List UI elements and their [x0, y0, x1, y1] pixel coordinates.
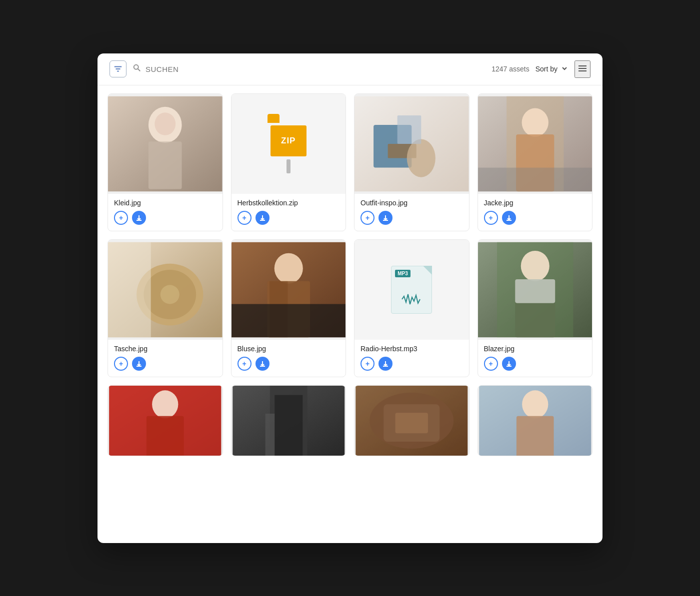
- mp3-file-icon: MP3: [354, 240, 469, 340]
- svg-rect-60: [265, 414, 274, 456]
- svg-rect-34: [108, 242, 151, 337]
- sort-dropdown[interactable]: Sort by: [536, 64, 568, 74]
- asset-card: Kleid.jpg+: [108, 93, 223, 231]
- svg-rect-20: [398, 115, 422, 143]
- search-icon: [132, 63, 142, 74]
- asset-thumbnail[interactable]: [108, 386, 222, 456]
- add-to-collection-button[interactable]: +: [360, 211, 374, 225]
- add-to-collection-button[interactable]: +: [114, 211, 128, 225]
- asset-thumbnail[interactable]: [478, 94, 592, 194]
- asset-thumbnail[interactable]: ZIP: [232, 94, 346, 194]
- svg-point-33: [160, 285, 180, 304]
- asset-info: Herbstkollektion.zip+: [232, 194, 346, 231]
- asset-actions: +: [484, 357, 586, 371]
- asset-actions: +: [238, 211, 340, 225]
- asset-name: Bluse.jpg: [238, 345, 340, 353]
- asset-name: Radio-Herbst.mp3: [360, 345, 463, 353]
- svg-point-68: [522, 390, 548, 418]
- download-button[interactable]: [132, 211, 146, 225]
- download-button[interactable]: [132, 357, 146, 371]
- sort-label: Sort by: [536, 65, 558, 73]
- download-button[interactable]: [502, 357, 516, 371]
- svg-rect-10: [148, 141, 182, 189]
- svg-point-11: [154, 112, 176, 135]
- asset-card: MP3 Radio-Herbst.mp3+: [354, 239, 470, 377]
- asset-name: Kleid.jpg: [114, 199, 216, 207]
- svg-rect-69: [516, 416, 554, 455]
- add-to-collection-button[interactable]: +: [114, 357, 128, 371]
- asset-card: ZIP Herbstkollektion.zip+: [231, 93, 346, 231]
- zip-file-icon: ZIP: [232, 94, 346, 194]
- download-button[interactable]: [378, 357, 392, 371]
- svg-rect-27: [478, 167, 592, 191]
- asset-card: Blazer.jpg+: [478, 239, 593, 377]
- svg-rect-65: [356, 386, 468, 456]
- svg-point-55: [152, 390, 178, 418]
- filter-button[interactable]: [110, 60, 126, 77]
- asset-actions: +: [484, 211, 586, 225]
- asset-actions: +: [114, 357, 216, 371]
- asset-thumbnail[interactable]: [478, 386, 592, 456]
- asset-thumbnail[interactable]: [354, 386, 469, 456]
- asset-grid: Kleid.jpg+ ZIP Herbstkollektion.zip+ Out…: [108, 93, 592, 456]
- asset-info: Radio-Herbst.mp3+: [354, 340, 469, 377]
- asset-card: [354, 385, 470, 456]
- asset-card: Jacke.jpg+: [478, 93, 593, 231]
- asset-thumbnail[interactable]: [232, 386, 346, 456]
- asset-thumbnail[interactable]: [354, 94, 469, 194]
- add-to-collection-button[interactable]: +: [238, 357, 252, 371]
- asset-name: Tasche.jpg: [114, 345, 216, 353]
- svg-point-38: [274, 253, 302, 283]
- asset-info: Jacke.jpg+: [478, 194, 592, 231]
- asset-name: Herbstkollektion.zip: [238, 199, 340, 207]
- download-button[interactable]: [502, 211, 516, 225]
- asset-card: [108, 385, 223, 456]
- download-button[interactable]: [378, 211, 392, 225]
- asset-name: Jacke.jpg: [484, 199, 586, 207]
- asset-card: [478, 385, 593, 456]
- asset-actions: +: [360, 357, 463, 371]
- add-to-collection-button[interactable]: +: [238, 211, 252, 225]
- chevron-down-icon: [560, 64, 568, 74]
- asset-info: Bluse.jpg+: [232, 340, 346, 377]
- asset-card: Bluse.jpg+: [231, 239, 346, 377]
- asset-card: [231, 385, 346, 456]
- asset-count: 1247 assets: [492, 65, 530, 73]
- svg-line-4: [138, 69, 140, 71]
- asset-name: Outfit-inspo.jpg: [360, 199, 463, 207]
- download-button[interactable]: [256, 211, 270, 225]
- app-window: 1247 assets Sort by Kleid.jpg+: [98, 53, 602, 543]
- add-to-collection-button[interactable]: +: [360, 357, 374, 371]
- asset-thumbnail[interactable]: [108, 94, 222, 194]
- svg-point-19: [407, 139, 436, 177]
- asset-actions: +: [360, 211, 463, 225]
- asset-actions: +: [114, 211, 216, 225]
- svg-point-25: [522, 108, 548, 136]
- asset-name: Blazer.jpg: [484, 345, 586, 353]
- asset-thumbnail[interactable]: [232, 240, 346, 340]
- asset-thumbnail[interactable]: MP3: [354, 240, 469, 340]
- asset-card: Tasche.jpg+: [108, 239, 223, 377]
- add-to-collection-button[interactable]: +: [484, 211, 498, 225]
- list-view-button[interactable]: [574, 60, 590, 78]
- asset-info: Blazer.jpg+: [478, 340, 592, 377]
- asset-info: Tasche.jpg+: [108, 340, 222, 377]
- asset-actions: +: [238, 357, 340, 371]
- toolbar: 1247 assets Sort by: [98, 53, 602, 85]
- asset-card: Outfit-inspo.jpg+: [354, 93, 470, 231]
- search-input[interactable]: [146, 65, 246, 73]
- svg-rect-50: [515, 279, 555, 303]
- add-to-collection-button[interactable]: +: [484, 357, 498, 371]
- asset-thumbnail[interactable]: [108, 240, 222, 340]
- svg-point-48: [520, 250, 549, 281]
- svg-rect-56: [146, 416, 184, 455]
- svg-rect-41: [232, 304, 346, 337]
- asset-info: Outfit-inspo.jpg+: [354, 194, 469, 231]
- search-area: [132, 63, 486, 74]
- asset-thumbnail[interactable]: [478, 240, 592, 340]
- svg-point-3: [134, 65, 138, 69]
- asset-grid-container: Kleid.jpg+ ZIP Herbstkollektion.zip+ Out…: [98, 85, 602, 464]
- download-button[interactable]: [256, 357, 270, 371]
- asset-info: Kleid.jpg+: [108, 194, 222, 231]
- svg-rect-59: [274, 395, 302, 455]
